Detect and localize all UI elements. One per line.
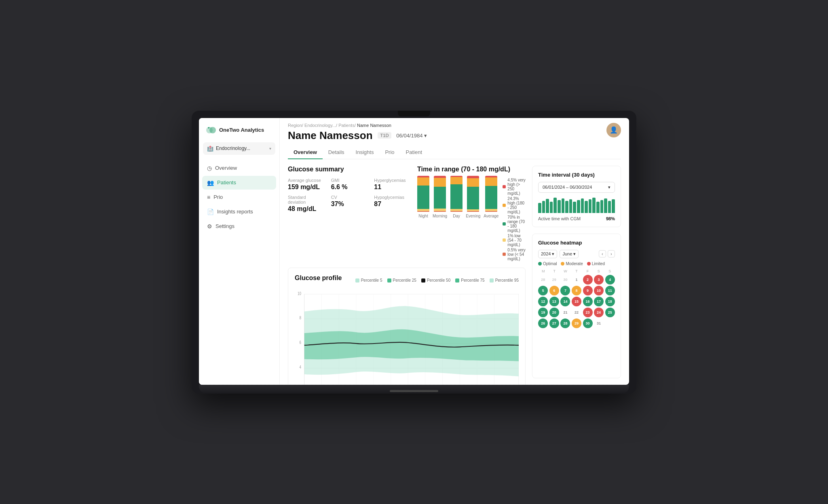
heatmap-month-select[interactable]: June ▾	[560, 250, 579, 258]
legend-p95: Percentile 95	[490, 278, 519, 283]
content-right: Time interval (30 days) 06/01/2024 – 06/…	[532, 166, 621, 378]
avg-glucose-stat: Average glucose 159 mg/dL	[288, 178, 323, 191]
avatar[interactable]: 👤	[606, 123, 621, 137]
glucose-profile-chart: 10 8 6 4 2	[295, 290, 519, 385]
logo: ♥ OneTwo Analytics	[199, 124, 279, 142]
mini-bar-item	[573, 202, 576, 213]
legend-p75: Percentile 75	[455, 278, 484, 283]
gmi-label: GMI	[331, 178, 366, 183]
hyperglycemias-value: 11	[374, 183, 409, 191]
svg-text:8: 8	[299, 315, 301, 320]
sidebar-item-patients-label: Patients	[217, 179, 236, 186]
hypoglycemias-stat: Hypoglycemias 87	[374, 195, 409, 213]
mini-bar-item	[546, 199, 549, 213]
month-chevron-icon: ▾	[573, 251, 576, 257]
cal-day: 18	[605, 297, 615, 306]
mini-bar-item	[596, 202, 600, 213]
legend-low: 1% low (54 - 70 mg/dL)	[503, 234, 526, 247]
topbar: Region/ Endocrinology.../ Patients/ Name…	[280, 118, 629, 159]
patients-icon: 👥	[207, 179, 214, 186]
legend-moderate: Moderate	[561, 261, 583, 266]
clinic-icon: 🏥	[207, 146, 213, 152]
cal-day-label: S	[594, 269, 604, 273]
dob-chevron-icon: ▾	[424, 133, 427, 139]
mini-bar-item	[592, 198, 596, 213]
cal-day: 12	[538, 297, 548, 306]
mini-bar-item	[538, 203, 541, 213]
mini-bar-item	[608, 201, 611, 213]
svg-point-1	[209, 127, 216, 133]
tab-details[interactable]: Details	[323, 146, 350, 159]
mini-bar-item	[542, 201, 545, 213]
cal-header: MTWTFSS	[538, 269, 615, 273]
std-dev-stat: Standard deviation 48 mg/dL	[288, 195, 323, 213]
chevron-down-icon: ▾	[269, 146, 271, 151]
hyperglycemias-label: Hyperglycemias	[374, 178, 409, 183]
mini-bar-item	[565, 201, 568, 213]
cal-day: 6	[549, 286, 559, 295]
mini-bar-item	[569, 199, 572, 213]
cal-day: 26	[538, 318, 548, 328]
patient-header: Name Namesson T1D 06/04/1984 ▾	[288, 129, 621, 142]
content-left: Glucose summary Average glucose 159 mg/d…	[288, 166, 526, 378]
tab-patient[interactable]: Patient	[400, 146, 428, 159]
heatmap-nav: ‹ ›	[599, 250, 615, 257]
cv-stat: CV 37%	[331, 195, 366, 213]
legend-p25: Percentile 25	[387, 278, 416, 283]
legend-very-high: 4.5% very high (> 250 mg/dL)	[503, 178, 526, 196]
profile-legend: Percentile 5 Percentile 25 Percentile 50	[355, 278, 519, 283]
mini-bar-item	[550, 202, 553, 213]
profile-header: Glucose profile Percentile 5 Percentile …	[295, 274, 519, 287]
date-range-chevron-icon: ▾	[608, 185, 610, 190]
cal-day-label: M	[538, 269, 548, 273]
mini-bar-item	[604, 198, 607, 213]
cal-day: 29	[572, 318, 581, 328]
cal-day: 7	[560, 286, 570, 295]
std-dev-value: 48 mg/dL	[288, 205, 323, 213]
tir-content: Night	[417, 178, 526, 261]
sidebar-item-insights-reports[interactable]: 📄 Insights reports	[202, 205, 276, 219]
cal-day: 8	[572, 286, 581, 295]
sidebar-nav: ◷ Overview 👥 Patients ≡ Prio 📄 Insights …	[199, 161, 279, 233]
user-avatar-area[interactable]: 👤	[606, 123, 621, 137]
tir-legend: 4.5% very high (> 250 mg/dL) 24.3% high …	[503, 178, 526, 261]
sidebar-item-overview[interactable]: ◷ Overview	[202, 161, 276, 175]
year-chevron-icon: ▾	[552, 251, 554, 257]
tir-bar-evening: Evening	[466, 176, 480, 218]
legend-in-range: 70% in range (70 - 180 mg/dL)	[503, 215, 526, 233]
date-range-selector[interactable]: 06/01/2024 – 06/30/2024 ▾	[538, 182, 615, 193]
interval-title: Time interval (30 days)	[538, 172, 615, 178]
tab-prio[interactable]: Prio	[379, 146, 400, 159]
legend-p5: Percentile 5	[355, 278, 382, 283]
glucose-summary-title: Glucose summary	[288, 166, 409, 173]
sidebar-item-settings[interactable]: ⚙ Settings	[202, 219, 276, 233]
active-cgm-label: Active time with CGM	[538, 216, 581, 221]
hyperglycemias-stat: Hyperglycemias 11	[374, 178, 409, 191]
cal-day-label: T	[549, 269, 559, 273]
tab-insights[interactable]: Insights	[350, 146, 380, 159]
patient-name: Name Namesson	[288, 129, 373, 142]
heatmap-controls: 2024 ▾ June ▾ ‹ ›	[538, 250, 615, 258]
heatmap-next-btn[interactable]: ›	[608, 250, 615, 257]
cal-day: 19	[538, 308, 548, 317]
heatmap-prev-btn[interactable]: ‹	[599, 250, 606, 257]
cal-day: 24	[594, 308, 604, 317]
patient-type-badge: T1D	[378, 132, 392, 139]
tir-bar-night: Night	[417, 176, 429, 218]
mini-bar-item	[581, 198, 584, 213]
tab-overview[interactable]: Overview	[288, 146, 323, 159]
glucose-heatmap: Glucose heatmap 2024 ▾ June ▾	[532, 234, 621, 378]
avg-glucose-label: Average glucose	[288, 178, 323, 183]
legend-p50: Percentile 50	[421, 278, 450, 283]
sidebar-item-prio[interactable]: ≡ Prio	[202, 190, 276, 204]
insights-reports-icon: 📄	[207, 209, 214, 215]
mini-bar-item	[553, 198, 557, 213]
cal-day: 30	[583, 318, 593, 328]
clinic-selector[interactable]: 🏥 Endocrinology... ▾	[203, 142, 275, 155]
legend-very-low: 0.5% very low (< 54 mg/dL)	[503, 248, 526, 261]
logo-text: OneTwo Analytics	[219, 127, 264, 133]
heatmap-year-select[interactable]: 2024 ▾	[538, 250, 557, 258]
cal-day: 5	[538, 286, 548, 295]
sidebar-item-patients[interactable]: 👥 Patients	[202, 176, 276, 190]
prio-icon: ≡	[207, 194, 210, 200]
